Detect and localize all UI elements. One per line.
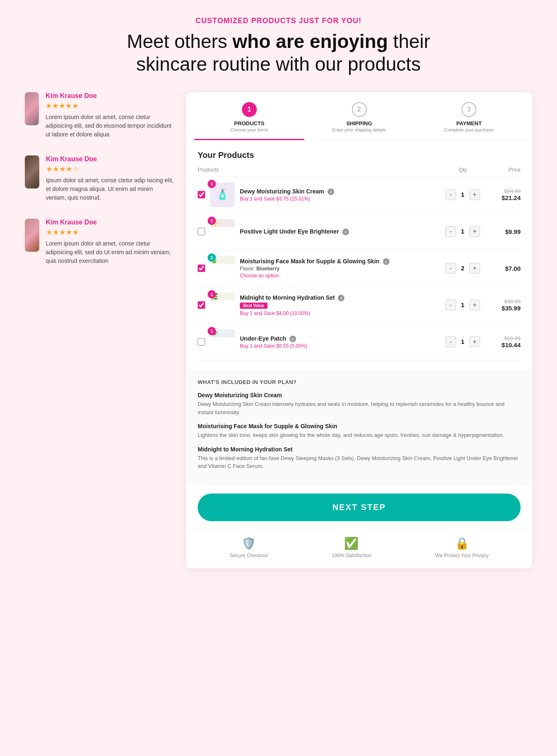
product-checkbox[interactable]: [198, 228, 205, 235]
info-icon[interactable]: i: [328, 188, 334, 195]
qty-control: - 1 +: [442, 300, 483, 310]
reviewer-avatar: [25, 219, 39, 252]
reviewer-avatar: [25, 92, 39, 125]
trust-icon: 🔒: [455, 537, 469, 550]
qty-minus-button[interactable]: -: [445, 226, 456, 237]
product-checkbox[interactable]: [198, 265, 205, 272]
qty-control: - 1 +: [442, 336, 483, 347]
product-img-wrap: 🧴 1: [210, 182, 235, 207]
included-item: Moisturising Face Mask for Supple & Glow…: [198, 423, 521, 439]
qty-value: 2: [459, 265, 466, 272]
product-details: Dewy Moisturizing Skin Cream i Buy 1 and…: [240, 188, 442, 202]
next-step-button[interactable]: NEXT STEP: [198, 494, 521, 521]
qty-control: - 1 +: [442, 189, 483, 200]
product-name: Moisturising Face Mask for Supple & Glow…: [240, 258, 442, 265]
product-name: Midnight to Morning Hydration Set i: [240, 294, 442, 302]
col-header-qty: Qty: [442, 167, 483, 173]
qty-minus-button[interactable]: -: [445, 263, 456, 274]
price-col: $39.99 $35.99: [483, 298, 521, 312]
step-circle-2: 2: [352, 102, 367, 117]
product-row-inner: 👁️ 1 Under-Eye Patch i Buy 1 and Save $0…: [198, 329, 442, 354]
product-row: 🧴 1 Dewy Moisturizing Skin Cream i Buy 1…: [198, 176, 521, 213]
review-text: Lorem ipsum dolor sit amet, conse ctetur…: [46, 239, 174, 265]
step-label-2: SHIPPING: [346, 120, 372, 126]
qty-value: 1: [459, 228, 466, 235]
included-item-desc: This is a limited-edition of fan-fave De…: [198, 454, 521, 470]
choose-option-link[interactable]: Choose an option: [240, 273, 279, 279]
price-single: $7.00: [483, 265, 521, 272]
product-row: 🍃 2 Moisturising Face Mask for Supple & …: [198, 250, 521, 287]
product-details: Midnight to Morning Hydration Set i Best…: [240, 294, 442, 317]
step-payment[interactable]: 3 PAYMENT Complete your purchase: [414, 102, 524, 140]
step-circle-1: 1: [242, 102, 257, 117]
product-row: ✨ 1 Positive Light Under Eye Brightener …: [198, 213, 521, 250]
product-row: 👁️ 1 Under-Eye Patch i Buy 1 and Save $0…: [198, 324, 521, 360]
product-checkbox[interactable]: [198, 191, 205, 198]
price-original: $39.99: [483, 298, 521, 305]
main-layout: Kim Krause Doe ★★★★★ Lorem ipsum dolor s…: [25, 92, 532, 568]
review-text: Lorem ipsum dolor sit amet, conse ctetur…: [45, 113, 174, 139]
save-text: Buy 1 and Save $3.75 (15.01%): [240, 196, 442, 202]
product-name: Positive Light Under Eye Brightener i: [240, 228, 442, 236]
included-item-desc: Lightens the skin tone, keeps skin glowi…: [198, 431, 521, 439]
qty-value: 1: [459, 339, 466, 345]
qty-plus-button[interactable]: +: [469, 263, 480, 274]
price-current: $21.24: [483, 194, 521, 201]
star-rating: ★★★★★: [46, 228, 174, 237]
product-row-inner: ✨ 1 Positive Light Under Eye Brightener …: [198, 219, 442, 244]
reviewer-name: Kim Krause Doe: [46, 219, 174, 226]
included-title: WHAT'S INCLUDED IN YOUR PLAN?: [198, 379, 521, 385]
price-current: $10.44: [483, 341, 521, 348]
next-step-section: NEXT STEP: [186, 485, 532, 529]
product-panel: 1 PRODUCTS Choose your items 2 SHIPPING …: [186, 92, 532, 568]
product-row-inner: 🍃 2 Moisturising Face Mask for Supple & …: [198, 256, 442, 281]
product-checkbox[interactable]: [198, 338, 205, 346]
product-row-inner: 🌿 1 Midnight to Morning Hydration Set i …: [198, 293, 442, 317]
info-icon[interactable]: i: [342, 229, 349, 235]
save-text: Buy 1 and Save $0.55 (5.00%): [240, 343, 442, 349]
step-sub-2: Enter your shipping details: [332, 127, 386, 132]
product-name: Dewy Moisturizing Skin Cream i: [240, 188, 442, 196]
products-list: 🧴 1 Dewy Moisturizing Skin Cream i Buy 1…: [198, 176, 521, 360]
headline: Meet others who are enjoying theirskinca…: [25, 30, 532, 76]
included-items: Dewy Moisturizing Skin Cream Dewy Moistu…: [198, 392, 521, 470]
price-col: $24.99 $21.24: [483, 188, 521, 201]
price-original: $24.99: [483, 188, 521, 194]
trust-icon: 🛡️: [241, 537, 256, 550]
tagline: CUSTOMIZED PRODUCTS JUST FOR YOU!: [25, 17, 532, 25]
info-icon[interactable]: i: [338, 295, 344, 301]
price-col: $9.99: [483, 228, 521, 235]
reviewer-name: Kim Krause Doe: [45, 92, 174, 100]
price-col: $7.00: [483, 265, 521, 272]
flavor-text: Flavor: Blueberry: [240, 266, 442, 272]
star-rating: ★★★★☆: [46, 165, 174, 174]
step-sub-1: Choose your items: [230, 127, 268, 132]
qty-minus-button[interactable]: -: [445, 189, 456, 200]
qty-minus-button[interactable]: -: [445, 336, 456, 347]
product-checkbox[interactable]: [198, 301, 205, 309]
included-section: WHAT'S INCLUDED IN YOUR PLAN? Dewy Moist…: [186, 370, 532, 485]
step-shipping[interactable]: 2 SHIPPING Enter your shipping details: [304, 102, 414, 140]
included-item-name: Midnight to Morning Hydration Set: [198, 446, 521, 453]
product-row: 🌿 1 Midnight to Morning Hydration Set i …: [198, 287, 521, 324]
step-label-1: PRODUCTS: [234, 120, 264, 126]
info-icon[interactable]: i: [289, 336, 296, 342]
info-icon[interactable]: i: [383, 258, 390, 265]
qty-plus-button[interactable]: +: [469, 300, 480, 310]
qty-value: 1: [459, 302, 466, 308]
step-products[interactable]: 1 PRODUCTS Choose your items: [194, 102, 304, 140]
qty-plus-button[interactable]: +: [469, 336, 480, 347]
product-details: Moisturising Face Mask for Supple & Glow…: [240, 258, 442, 279]
qty-control: - 1 +: [442, 226, 483, 237]
qty-value: 1: [459, 191, 466, 198]
qty-plus-button[interactable]: +: [469, 226, 480, 237]
product-details: Under-Eye Patch i Buy 1 and Save $0.55 (…: [240, 335, 442, 349]
price-single: $9.99: [483, 228, 521, 235]
trust-item: 🔒 We Protect Your Privacy: [435, 537, 489, 558]
qty-minus-button[interactable]: -: [445, 300, 456, 310]
products-section: Your Products Products Qty Price 🧴 1 Dew…: [186, 141, 532, 370]
step-circle-3: 3: [461, 102, 476, 117]
included-item: Midnight to Morning Hydration Set This i…: [198, 446, 521, 470]
trust-badges: 🛡️ Secure Checkout ✅ 100% Satisfaction 🔒…: [186, 529, 532, 568]
qty-plus-button[interactable]: +: [469, 189, 480, 200]
